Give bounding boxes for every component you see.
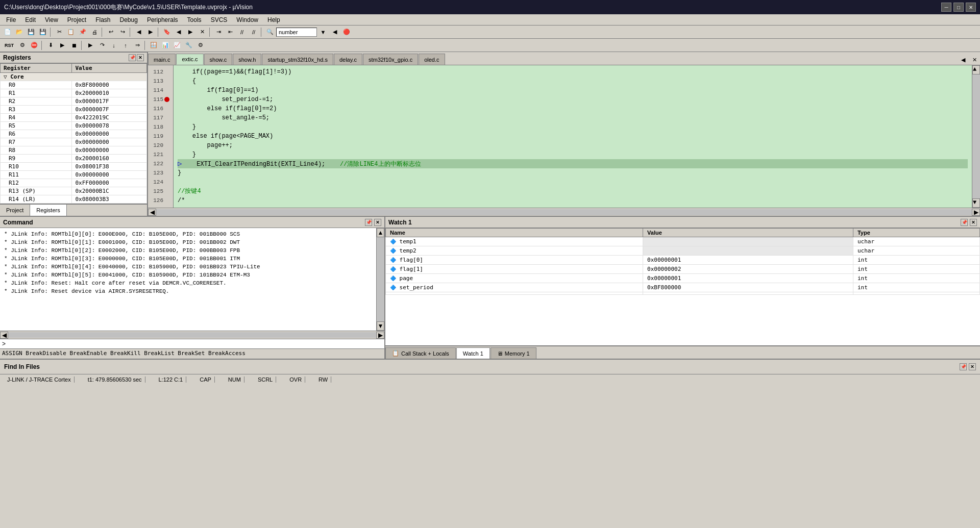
bookmark-prev[interactable]: ◀ [173, 27, 184, 37]
paste-button[interactable]: 📌 [77, 27, 88, 37]
breakpoint-dot[interactable] [164, 97, 169, 102]
save-button[interactable]: 💾 [26, 27, 37, 37]
cmd-scroll-up[interactable]: ▲ [377, 228, 384, 237]
find-pin[interactable]: 📌 [960, 363, 967, 370]
cmd-hscroll-left[interactable]: ◀ [0, 332, 8, 339]
search-icon[interactable]: 🔍 [264, 27, 276, 37]
maximize-button[interactable]: □ [953, 3, 964, 12]
watch-enter-row[interactable] [386, 292, 980, 295]
tab-memory1[interactable]: 🖥 Memory 1 [491, 347, 536, 359]
watch-close[interactable]: ✕ [970, 219, 977, 226]
run-button[interactable]: ▶ [85, 40, 96, 51]
bookmark-clear[interactable]: ✕ [197, 27, 208, 37]
editor-scrollbar-track[interactable] [972, 74, 980, 198]
logic-btn[interactable]: 🔧 [183, 40, 194, 51]
code-line[interactable]: if((page==1)&&(flag[1]!=3)) [178, 67, 968, 77]
command-pin[interactable]: 📌 [365, 219, 372, 226]
pin-icon[interactable]: 📌 [129, 54, 136, 61]
step-over-button[interactable]: ↷ [96, 40, 108, 51]
tab-close[interactable]: ✕ [969, 55, 980, 65]
bookmark-button[interactable]: 🔖 [161, 27, 173, 37]
cmd-scroll-down[interactable]: ▼ [377, 321, 384, 331]
code-line[interactable]: if(flag[0]==1) [178, 86, 968, 95]
editor-tab-extic[interactable]: extic.c [176, 54, 203, 65]
tools-btn[interactable]: ⚙ [195, 40, 206, 51]
stop-debug-button[interactable]: ⏹ [68, 40, 80, 51]
load-button[interactable]: ⬇ [45, 40, 56, 51]
register-scroll[interactable]: Register Value ▽ Core R00xBF800000R10x20… [0, 63, 147, 204]
step-out-button[interactable]: ↑ [120, 40, 131, 51]
search-prev-button[interactable]: ◀ [329, 27, 340, 37]
watch-scroll-area[interactable]: Name Value Type 🔷 temp1 uchar 🔷 temp2 uc… [385, 228, 980, 345]
editor-scrollbar-down[interactable]: ▼ [972, 198, 980, 208]
menu-view[interactable]: View [41, 15, 62, 24]
code-line[interactable]: else if(page<PAGE_MAX) [178, 132, 968, 141]
minimize-button[interactable]: ─ [941, 3, 951, 12]
run-to-cursor-button[interactable]: ⇒ [132, 40, 143, 51]
code-line[interactable]: } [178, 150, 968, 159]
editor-scrollbar-up[interactable]: ▲ [972, 65, 980, 74]
rst-button[interactable]: RST [2, 40, 16, 51]
menu-tools[interactable]: Tools [183, 15, 206, 24]
editor-tab-main[interactable]: main.c [148, 54, 176, 65]
close-button[interactable]: ✕ [966, 3, 976, 12]
code-line[interactable]: set_period-=1; [178, 95, 968, 104]
comment-button[interactable]: // [236, 27, 248, 37]
debug-button[interactable]: 🔴 [341, 27, 352, 37]
find-close[interactable]: ✕ [969, 363, 976, 370]
start-debug-button[interactable]: ▶ [57, 40, 68, 51]
code-line[interactable]: ▷ EXTI_ClearITPendingBit(EXTI_Line4); //… [178, 159, 968, 168]
indent-button[interactable]: ⇥ [213, 27, 224, 37]
stop-build-button[interactable]: ⛔ [29, 40, 40, 51]
code-line[interactable]: } [178, 168, 968, 178]
save-all-button[interactable]: 💾 [37, 27, 48, 37]
menu-debug[interactable]: Debug [116, 15, 142, 24]
tab-registers[interactable]: Registers [30, 205, 66, 216]
menu-window[interactable]: Window [232, 15, 262, 24]
bookmark-next[interactable]: ▶ [185, 27, 196, 37]
cmd-hscroll-right[interactable]: ▶ [376, 332, 384, 339]
code-line[interactable]: else if(flag[0]==2) [178, 104, 968, 113]
print-button[interactable]: 🖨 [89, 27, 100, 37]
editor-tab-delay[interactable]: delay.c [334, 54, 362, 65]
undo-button[interactable]: ↩ [105, 27, 116, 37]
unindent-button[interactable]: ⇤ [225, 27, 236, 37]
code-editor[interactable]: 1121131141151161171181191201211221231241… [148, 65, 980, 208]
code-line[interactable]: /* [178, 196, 968, 205]
code-line[interactable] [178, 178, 968, 187]
editor-tab-startup[interactable]: startup_stm32f10x_hd.s [262, 54, 333, 65]
cut-button[interactable]: ✂ [54, 27, 65, 37]
menu-svcs[interactable]: SVCS [207, 15, 232, 24]
editor-tab-showc[interactable]: show.c [204, 54, 233, 65]
memory-btn[interactable]: 📊 [160, 40, 171, 51]
menu-project[interactable]: Project [63, 15, 90, 24]
code-line[interactable]: } [178, 122, 968, 132]
editor-tab-oled[interactable]: oled.c [419, 54, 445, 65]
step-in-button[interactable]: ↓ [108, 40, 119, 51]
open-button[interactable]: 📂 [14, 27, 25, 37]
window-btn[interactable]: 🪟 [148, 40, 159, 51]
tab-watch1[interactable]: Watch 1 [456, 347, 490, 359]
tab-callstack[interactable]: 📋 Call Stack + Locals [385, 347, 456, 359]
tab-scroll-left[interactable]: ◀ [958, 55, 969, 65]
hscroll-right[interactable]: ▶ [972, 209, 980, 216]
code-line[interactable]: set_angle-=5; [178, 113, 968, 122]
watch-enter-expr[interactable] [386, 292, 643, 295]
nav-back-button[interactable]: ◀ [133, 27, 144, 37]
command-input[interactable] [6, 341, 382, 347]
perf-btn[interactable]: 📈 [172, 40, 183, 51]
menu-edit[interactable]: Edit [21, 15, 40, 24]
close-icon[interactable]: ✕ [137, 54, 144, 61]
new-file-button[interactable]: 📄 [2, 27, 13, 37]
nav-fwd-button[interactable]: ▶ [145, 27, 156, 37]
code-line[interactable]: { [178, 77, 968, 86]
build-button[interactable]: ⚙ [17, 40, 28, 51]
search-input[interactable] [276, 28, 317, 37]
code-content[interactable]: if((page==1)&&(flag[1]!=3)) { if(flag[0]… [174, 65, 972, 208]
hscroll-track[interactable] [156, 209, 972, 215]
code-line[interactable]: page++; [178, 141, 968, 150]
tab-project[interactable]: Project [0, 205, 30, 216]
search-go-button[interactable]: ▼ [317, 27, 329, 37]
menu-flash[interactable]: Flash [91, 15, 114, 24]
copy-button[interactable]: 📋 [65, 27, 77, 37]
